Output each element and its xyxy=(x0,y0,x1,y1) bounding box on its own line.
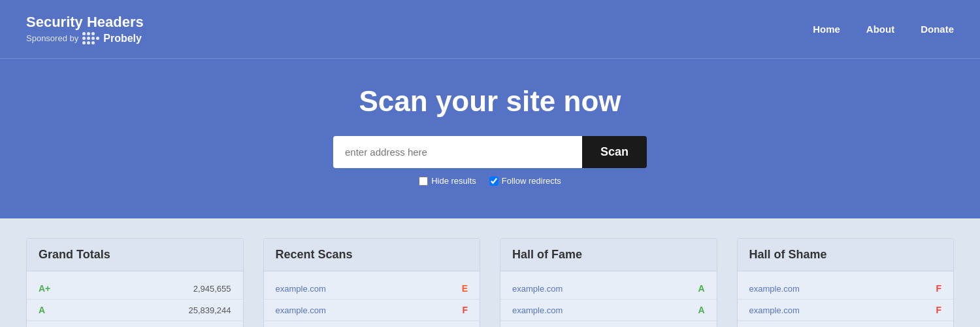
nav-donate[interactable]: Donate xyxy=(921,24,954,35)
dot xyxy=(82,37,86,40)
table-row: example.com F xyxy=(738,321,954,327)
hall-of-fame-card: Hall of Fame example.com A example.com A… xyxy=(500,238,717,327)
grade-badge: F xyxy=(936,283,941,294)
hall-of-shame-card: Hall of Shame example.com F example.com … xyxy=(737,238,955,327)
site-link[interactable]: example.com xyxy=(512,284,563,294)
nav-home[interactable]: Home xyxy=(813,24,840,35)
grade-label: A xyxy=(39,305,45,315)
table-row: example.com E xyxy=(264,278,480,300)
grand-totals-header: Grand Totals xyxy=(27,239,243,271)
hero-section: Scan your site now Scan Hide results Fol… xyxy=(0,59,980,218)
hall-of-fame-body: example.com A example.com A example.com … xyxy=(500,271,717,327)
table-row: example.com F xyxy=(264,300,480,321)
site-header: Security Headers Sponsored by Probely Ho… xyxy=(0,0,980,59)
dot xyxy=(87,41,90,44)
table-row: example.com F xyxy=(738,278,954,300)
scan-button[interactable]: Scan xyxy=(582,136,647,168)
grade-badge: A xyxy=(698,305,704,315)
dot xyxy=(96,32,99,35)
table-row: B 5,561,719 xyxy=(27,321,243,327)
sponsor-text: Sponsored by xyxy=(26,33,78,43)
dot xyxy=(91,41,95,44)
site-link[interactable]: example.com xyxy=(276,284,326,294)
hall-of-shame-header: Hall of Shame xyxy=(738,239,954,271)
hall-of-shame-body: example.com F example.com F example.com … xyxy=(738,271,954,327)
table-row: A 25,839,244 xyxy=(27,300,243,321)
table-row: example.com F xyxy=(738,300,954,321)
site-link[interactable]: example.com xyxy=(276,305,326,315)
follow-redirects-checkbox[interactable] xyxy=(489,177,498,186)
dot xyxy=(87,32,90,35)
dot xyxy=(96,41,99,44)
table-row: example.com A xyxy=(500,300,717,321)
main-nav: Home About Donate xyxy=(813,24,954,35)
site-link[interactable]: example.com xyxy=(749,305,800,315)
probely-logo-dots xyxy=(82,32,99,44)
grade-count: 2,945,655 xyxy=(193,284,231,294)
hide-results-label[interactable]: Hide results xyxy=(419,176,476,186)
dot xyxy=(82,32,86,35)
dot xyxy=(91,37,95,40)
table-row: example.com D xyxy=(264,321,480,327)
logo-area: Security Headers Sponsored by Probely xyxy=(26,14,144,44)
table-row: example.com A xyxy=(500,278,717,300)
cards-section: Grand Totals A+ 2,945,655 A 25,839,244 B… xyxy=(0,218,980,327)
nav-about[interactable]: About xyxy=(866,24,894,35)
hide-results-checkbox[interactable] xyxy=(419,177,428,186)
table-row: A+ 2,945,655 xyxy=(27,278,243,300)
dot xyxy=(96,37,99,40)
recent-scans-card: Recent Scans example.com E example.com F… xyxy=(263,238,481,327)
hide-results-text: Hide results xyxy=(431,176,476,186)
grand-totals-body: A+ 2,945,655 A 25,839,244 B 5,561,719 xyxy=(27,271,243,327)
site-link[interactable]: example.com xyxy=(512,305,563,315)
hall-of-fame-header: Hall of Fame xyxy=(500,239,717,271)
search-bar: Scan xyxy=(333,136,647,168)
recent-scans-header: Recent Scans xyxy=(264,239,480,271)
dot xyxy=(82,41,86,44)
follow-redirects-label[interactable]: Follow redirects xyxy=(489,176,561,186)
site-link[interactable]: example.com xyxy=(749,284,800,294)
recent-scans-body: example.com E example.com F example.com … xyxy=(264,271,480,327)
grand-totals-card: Grand Totals A+ 2,945,655 A 25,839,244 B… xyxy=(26,238,244,327)
grade-badge: F xyxy=(936,305,941,315)
grade-badge: F xyxy=(462,305,468,315)
grade-label: A+ xyxy=(39,283,50,294)
url-input[interactable] xyxy=(333,136,582,168)
grade-count: 25,839,244 xyxy=(188,305,231,315)
probely-name: Probely xyxy=(103,33,142,44)
search-options: Hide results Follow redirects xyxy=(419,176,561,186)
dot xyxy=(91,32,95,35)
hero-title: Scan your site now xyxy=(359,85,621,118)
table-row: example.com A xyxy=(500,321,717,327)
grade-badge: E xyxy=(462,283,468,294)
sponsor-area: Sponsored by Probely xyxy=(26,32,144,44)
dot xyxy=(87,37,90,40)
site-title: Security Headers xyxy=(26,14,144,31)
grade-badge: A xyxy=(698,283,704,294)
follow-redirects-text: Follow redirects xyxy=(502,176,561,186)
